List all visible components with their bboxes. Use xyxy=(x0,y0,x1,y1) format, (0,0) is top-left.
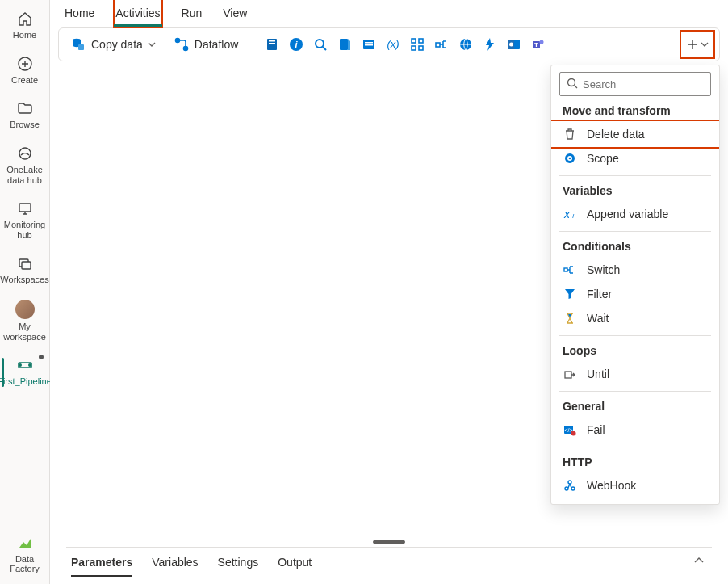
copy-data-button[interactable]: Copy data xyxy=(65,33,161,56)
svg-rect-21 xyxy=(365,44,373,46)
rail-monitoring[interactable]: Monitoring hub xyxy=(2,195,48,246)
search-icon xyxy=(567,78,578,91)
notebook-icon[interactable] xyxy=(264,36,280,53)
main-tabs: Home Activities Run View xyxy=(50,0,728,26)
if-icon[interactable] xyxy=(433,36,450,53)
rail-browse[interactable]: Browse xyxy=(2,95,48,137)
fail-icon: </> xyxy=(563,422,577,437)
activities-search[interactable] xyxy=(559,72,711,96)
svg-text:(x): (x) xyxy=(387,38,400,50)
item-fail[interactable]: </> Fail xyxy=(551,418,719,442)
item-append-variable[interactable]: x₊ Append variable xyxy=(551,202,719,226)
item-filter[interactable]: Filter xyxy=(551,282,719,306)
info-icon[interactable]: i xyxy=(288,36,304,53)
section-http: HTTP xyxy=(551,456,719,468)
item-until[interactable]: Until xyxy=(551,362,719,386)
item-switch[interactable]: Switch xyxy=(551,258,719,282)
hourglass-icon xyxy=(563,311,577,326)
rail-workspaces-label: Workspaces xyxy=(0,275,48,285)
svg-rect-13 xyxy=(269,40,275,42)
expand-panel-button[interactable] xyxy=(691,556,707,568)
foreach-icon[interactable] xyxy=(409,36,425,53)
rail-my-workspace[interactable]: My workspace xyxy=(2,295,48,348)
section-loops: Loops xyxy=(551,344,719,357)
avatar-icon xyxy=(15,300,35,319)
item-filter-label: Filter xyxy=(587,288,612,300)
item-scope-label: Scope xyxy=(587,152,619,165)
tab-home[interactable]: Home xyxy=(65,0,94,26)
svg-point-45 xyxy=(571,487,575,490)
item-scope[interactable]: Scope xyxy=(551,146,719,170)
tab-view[interactable]: View xyxy=(223,0,247,26)
more-activities-button[interactable] xyxy=(682,32,713,57)
tab-activities[interactable]: Activities xyxy=(115,0,160,26)
switch-icon xyxy=(563,263,577,277)
dataflow-icon xyxy=(174,36,190,53)
item-webhook[interactable]: WebHook xyxy=(551,473,719,498)
svg-rect-25 xyxy=(412,46,416,50)
svg-rect-18 xyxy=(340,39,348,50)
rail-browse-label: Browse xyxy=(10,120,40,130)
rail-pipeline-label: First_Pipeline xyxy=(0,376,52,387)
filter-icon xyxy=(563,287,577,301)
bottom-tab-variables[interactable]: Variables xyxy=(152,548,198,577)
web-icon[interactable] xyxy=(458,36,474,53)
folder-icon xyxy=(16,99,34,117)
rail-pipeline[interactable]: First_Pipeline xyxy=(2,351,48,393)
rail-create[interactable]: Create xyxy=(2,50,48,92)
item-wait[interactable]: Wait xyxy=(551,306,719,330)
item-fail-label: Fail xyxy=(587,423,605,436)
trash-icon xyxy=(563,127,577,141)
rail-create-label: Create xyxy=(11,75,38,86)
rail-home[interactable]: Home xyxy=(2,5,48,47)
bottom-tab-output[interactable]: Output xyxy=(278,548,312,577)
rail-workspaces[interactable]: Workspaces xyxy=(2,250,48,292)
svg-rect-40 xyxy=(565,372,571,378)
tab-run[interactable]: Run xyxy=(182,0,203,26)
svg-rect-20 xyxy=(365,42,373,44)
script-icon[interactable] xyxy=(337,36,353,53)
activities-toolbar: Copy data Dataflow i (x) xyxy=(58,27,720,61)
item-delete-data[interactable]: Delete data xyxy=(551,122,719,146)
lookup-icon[interactable] xyxy=(312,36,328,53)
bottom-tab-parameters[interactable]: Parameters xyxy=(71,548,132,577)
svg-point-38 xyxy=(569,158,571,160)
item-append-label: Append variable xyxy=(587,208,668,221)
rail-onelake[interactable]: OneLake data hub xyxy=(2,140,48,191)
svg-rect-24 xyxy=(419,39,423,43)
section-move: Move and transform xyxy=(551,104,719,117)
svg-rect-14 xyxy=(269,43,275,44)
dataflow-button[interactable]: Dataflow xyxy=(169,33,243,56)
rail-data-factory[interactable]: Data Factory xyxy=(2,529,48,581)
onelake-icon xyxy=(16,145,34,162)
bottom-tab-settings[interactable]: Settings xyxy=(218,548,259,577)
teams-icon[interactable]: T xyxy=(530,36,546,53)
drag-handle[interactable] xyxy=(373,540,405,544)
svg-point-33 xyxy=(540,40,544,44)
chevron-down-icon xyxy=(148,38,156,51)
rail-monitoring-label: Monitoring hub xyxy=(2,220,48,240)
outlook-icon[interactable] xyxy=(506,36,522,53)
svg-point-31 xyxy=(509,43,513,47)
azure-function-icon[interactable] xyxy=(482,36,498,53)
svg-rect-39 xyxy=(564,268,567,271)
main-content: Home Activities Run View Copy data Dataf… xyxy=(50,0,728,584)
home-icon xyxy=(16,10,34,27)
left-navigation-rail: Home Create Browse OneLake data hub Moni… xyxy=(0,0,50,584)
svg-rect-2 xyxy=(19,204,31,212)
dataflow-label: Dataflow xyxy=(195,38,238,51)
svg-point-35 xyxy=(568,78,575,86)
variable-icon[interactable]: (x) xyxy=(385,36,401,53)
item-wait-label: Wait xyxy=(587,312,609,325)
data-factory-icon xyxy=(16,534,34,552)
activities-dropdown: Move and transform Delete data Scope Var… xyxy=(550,65,720,505)
rail-myworkspace-label: My workspace xyxy=(2,321,48,342)
stored-proc-icon[interactable] xyxy=(361,36,377,53)
database-copy-icon xyxy=(70,36,86,53)
svg-point-11 xyxy=(183,47,187,51)
svg-point-43 xyxy=(571,431,576,436)
item-until-label: Until xyxy=(587,368,609,380)
svg-rect-27 xyxy=(436,43,440,47)
unsaved-dot-icon xyxy=(39,355,44,359)
activities-search-input[interactable] xyxy=(583,78,718,90)
